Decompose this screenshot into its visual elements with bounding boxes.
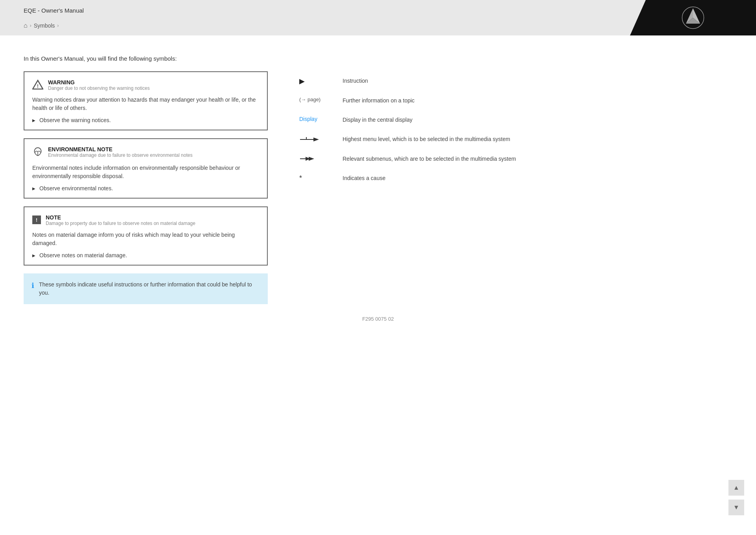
svg-marker-4 bbox=[313, 137, 319, 141]
note-header: ! NOTE Damage to property due to failure… bbox=[32, 214, 259, 226]
play-icon-3: ▶ bbox=[32, 253, 35, 258]
environmental-icon bbox=[32, 146, 43, 159]
note-title-group: NOTE Damage to property due to failure t… bbox=[46, 214, 195, 226]
environmental-instruction-text: Observe environmental notes. bbox=[39, 185, 113, 191]
page-title: EQE - Owner's Manual bbox=[24, 7, 84, 14]
symbol-table: ▶ Instruction (→ page) Further informati… bbox=[299, 71, 732, 188]
symbol-icon-cause: * bbox=[299, 174, 331, 182]
info-text: These symbols indicate useful instructio… bbox=[39, 281, 260, 297]
symbol-row-display: Display Display in the central display bbox=[299, 110, 732, 130]
scroll-down-button[interactable]: ▼ bbox=[728, 500, 744, 515]
warning-subtitle: Danger due to not observing the warning … bbox=[48, 85, 150, 91]
arrow-page-icon: (→ page) bbox=[299, 97, 321, 102]
mercedes-logo bbox=[681, 6, 705, 30]
symbol-row-menu-level: Highest menu level, which is to be selec… bbox=[299, 130, 732, 149]
warning-header: ! WARNING Danger due to not observing th… bbox=[32, 79, 259, 91]
note-icon: ! bbox=[32, 215, 41, 224]
symbol-row-instruction: ▶ Instruction bbox=[299, 71, 732, 91]
info-box: ℹ These symbols indicate useful instruct… bbox=[24, 273, 268, 304]
display-icon: Display bbox=[299, 116, 317, 122]
asterisk-icon: * bbox=[299, 174, 302, 182]
left-column: ! WARNING Danger due to not observing th… bbox=[24, 71, 268, 304]
submenus-arrow-icon bbox=[299, 155, 316, 163]
note-instruction: ▶ Observe notes on material damage. bbox=[32, 252, 259, 258]
symbol-icon-display: Display bbox=[299, 116, 331, 122]
intro-text: In this Owner's Manual, you will find th… bbox=[24, 55, 732, 62]
breadcrumb-separator-2: › bbox=[57, 23, 59, 28]
content-area: ! WARNING Danger due to not observing th… bbox=[24, 71, 732, 304]
environmental-header: ENVIRONMENTAL NOTE Environmental damage … bbox=[32, 146, 259, 159]
environmental-title-group: ENVIRONMENTAL NOTE Environmental damage … bbox=[48, 146, 193, 158]
symbol-desc-instruction: Instruction bbox=[343, 77, 732, 85]
svg-marker-9 bbox=[309, 157, 314, 161]
scroll-up-button[interactable]: ▲ bbox=[728, 480, 744, 496]
symbol-icon-submenus bbox=[299, 155, 331, 163]
note-body: Notes on material damage inform you of r… bbox=[32, 231, 259, 247]
environmental-body: Environmental notes include information … bbox=[32, 164, 259, 180]
breadcrumb-current[interactable]: Symbols bbox=[34, 22, 55, 29]
warning-icon: ! bbox=[32, 79, 43, 90]
main-content: In this Owner's Manual, you will find th… bbox=[0, 35, 756, 535]
environmental-box: ENVIRONMENTAL NOTE Environmental damage … bbox=[24, 138, 268, 199]
note-instruction-text: Observe notes on material damage. bbox=[39, 252, 127, 258]
note-subtitle: Damage to property due to failure to obs… bbox=[46, 221, 195, 226]
play-icon: ▶ bbox=[32, 118, 35, 123]
info-icon: ℹ bbox=[32, 281, 34, 290]
header: EQE - Owner's Manual ⌂ › Symbols › bbox=[0, 0, 756, 35]
breadcrumb-separator: › bbox=[30, 23, 32, 28]
symbol-desc-display: Display in the central display bbox=[343, 116, 732, 124]
breadcrumb: ⌂ › Symbols › bbox=[24, 22, 59, 29]
warning-box: ! WARNING Danger due to not observing th… bbox=[24, 71, 268, 130]
environmental-title: ENVIRONMENTAL NOTE bbox=[48, 146, 193, 152]
symbol-desc-cause: Indicates a cause bbox=[343, 174, 732, 182]
note-box: ! NOTE Damage to property due to failure… bbox=[24, 206, 268, 266]
instruction-play-icon: ▶ bbox=[299, 77, 305, 85]
svg-text:!: ! bbox=[37, 83, 39, 89]
symbol-icon-menu-level bbox=[299, 135, 331, 144]
home-icon[interactable]: ⌂ bbox=[24, 22, 28, 29]
warning-instruction-text: Observe the warning notices. bbox=[39, 117, 111, 123]
play-icon-2: ▶ bbox=[32, 186, 35, 191]
symbol-row-submenus: Relevant submenus, which are to be selec… bbox=[299, 149, 732, 169]
symbol-row-cause: * Indicates a cause bbox=[299, 169, 732, 188]
logo-area bbox=[630, 0, 756, 35]
symbol-desc-menu-level: Highest menu level, which is to be selec… bbox=[343, 135, 732, 143]
warning-title: WARNING bbox=[48, 79, 150, 85]
warning-body: Warning notices draw your attention to h… bbox=[32, 96, 259, 112]
environmental-instruction: ▶ Observe environmental notes. bbox=[32, 185, 259, 191]
environmental-subtitle: Environmental damage due to failure to o… bbox=[48, 152, 193, 158]
footer: F295 0075 02 bbox=[24, 304, 732, 330]
warning-title-group: WARNING Danger due to not observing the … bbox=[48, 79, 150, 91]
note-title: NOTE bbox=[46, 214, 195, 221]
warning-instruction: ▶ Observe the warning notices. bbox=[32, 117, 259, 123]
symbol-desc-further-info: Further information on a topic bbox=[343, 97, 732, 105]
symbol-row-further-info: (→ page) Further information on a topic bbox=[299, 91, 732, 110]
footer-code: F295 0075 02 bbox=[362, 316, 394, 322]
menu-level-arrow-icon bbox=[299, 135, 320, 144]
symbol-icon-instruction: ▶ bbox=[299, 77, 331, 85]
symbol-desc-submenus: Relevant submenus, which are to be selec… bbox=[343, 155, 732, 163]
symbol-icon-further-info: (→ page) bbox=[299, 97, 331, 102]
right-column: ▶ Instruction (→ page) Further informati… bbox=[299, 71, 732, 304]
